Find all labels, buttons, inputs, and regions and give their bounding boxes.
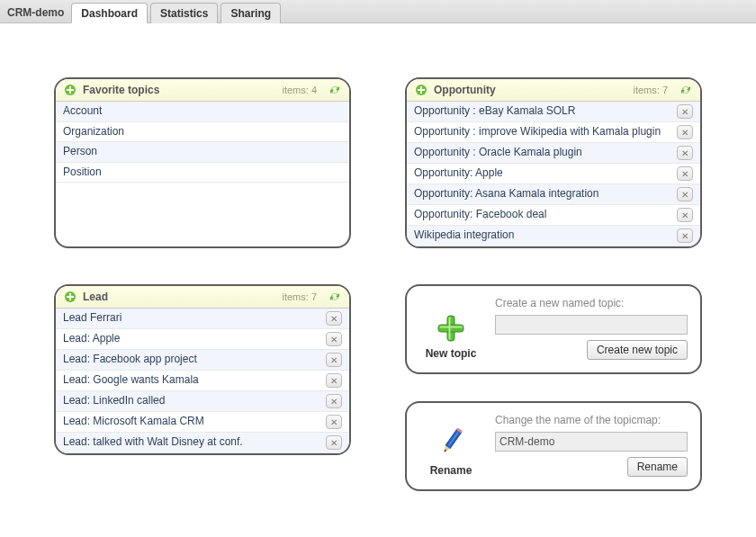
- panel-count: items: 7: [282, 291, 317, 302]
- list-item-label: Person: [63, 145, 342, 159]
- list-item-label: Opportunity : improve Wikipedia with Kam…: [414, 125, 673, 139]
- refresh-icon[interactable]: [328, 83, 342, 97]
- delete-icon[interactable]: ✕: [326, 415, 342, 429]
- delete-icon[interactable]: ✕: [326, 311, 342, 326]
- list-item[interactable]: Opportunity: Asana Kamala integration✕: [407, 184, 700, 205]
- delete-icon[interactable]: ✕: [677, 166, 693, 181]
- refresh-icon[interactable]: [679, 83, 693, 97]
- panel-count: items: 7: [633, 85, 668, 95]
- add-icon[interactable]: [414, 83, 428, 97]
- delete-icon[interactable]: ✕: [326, 435, 342, 450]
- refresh-icon[interactable]: [328, 290, 342, 304]
- list-item[interactable]: Organization: [56, 122, 349, 143]
- delete-icon[interactable]: ✕: [677, 125, 693, 139]
- panel-rows: Opportunity : eBay Kamala SOLR✕ Opportun…: [407, 102, 700, 246]
- add-icon[interactable]: [63, 83, 77, 97]
- rename-input[interactable]: [495, 432, 688, 452]
- list-item[interactable]: Lead Ferrari✕: [56, 309, 349, 329]
- rename-button[interactable]: Rename: [627, 457, 688, 477]
- svg-rect-2: [67, 89, 74, 91]
- delete-icon[interactable]: ✕: [677, 208, 693, 222]
- panel-header: Opportunity items: 7: [407, 79, 700, 102]
- list-item-label: Lead: Microsoft Kamala CRM: [63, 415, 322, 429]
- list-item-label: Position: [63, 166, 342, 180]
- panel-new-topic: New topic Create a new named topic: Crea…: [405, 284, 702, 374]
- panel-rows: Lead Ferrari✕ Lead: Apple✕ Lead: Faceboo…: [56, 309, 349, 453]
- list-item-label: Wikipedia integration: [414, 228, 673, 243]
- new-topic-caption: New topic: [426, 347, 477, 360]
- delete-icon[interactable]: ✕: [326, 373, 342, 388]
- panel-rename: Rename Change the name of the topicmap: …: [405, 401, 702, 491]
- new-topic-input[interactable]: [495, 315, 688, 335]
- panel-lead: Lead items: 7 Lead Ferrari✕ Lead: Apple✕…: [54, 284, 351, 455]
- tab-dashboard[interactable]: Dashboard: [71, 3, 148, 23]
- list-item-label: Lead: Apple: [63, 332, 322, 346]
- delete-icon[interactable]: ✕: [326, 353, 342, 367]
- svg-rect-8: [67, 296, 74, 298]
- svg-rect-12: [440, 327, 463, 328]
- dashboard-content: Favorite topics items: 4 Account Organiz…: [0, 23, 756, 509]
- list-item-label: Lead: Facebook app project: [63, 353, 322, 367]
- create-new-topic-button[interactable]: Create new topic: [587, 340, 688, 360]
- list-item-label: Organization: [63, 125, 342, 139]
- list-item-label: Lead: LinkedIn called: [63, 394, 322, 408]
- panel-favorite-topics: Favorite topics items: 4 Account Organiz…: [54, 77, 351, 248]
- list-item-label: Opportunity: Asana Kamala integration: [414, 187, 673, 201]
- list-item-label: Opportunity: Facebook deal: [414, 208, 673, 222]
- list-item[interactable]: Opportunity: Facebook deal✕: [407, 205, 700, 226]
- topbar: CRM-demo Dashboard Statistics Sharing: [0, 0, 756, 23]
- list-item[interactable]: Opportunity : eBay Kamala SOLR✕: [407, 102, 700, 122]
- list-item[interactable]: Account: [56, 102, 349, 122]
- list-item-label: Lead Ferrari: [63, 311, 322, 326]
- list-item-label: Opportunity: Apple: [414, 166, 673, 181]
- svg-rect-11: [449, 318, 451, 340]
- pencil-icon: [436, 425, 466, 461]
- delete-icon[interactable]: ✕: [677, 146, 693, 160]
- rename-icon-col: Rename: [419, 414, 482, 477]
- list-item-label: Lead: talked with Walt Disney at conf.: [63, 435, 322, 450]
- new-topic-icon-col: New topic: [419, 297, 482, 360]
- panel-title: Favorite topics: [83, 84, 159, 96]
- list-item[interactable]: Opportunity : Oracle Kamala plugin✕: [407, 143, 700, 164]
- tab-label: Sharing: [230, 7, 271, 20]
- panel-title: Opportunity: [434, 84, 496, 96]
- delete-icon[interactable]: ✕: [677, 104, 693, 119]
- list-item[interactable]: Position: [56, 163, 349, 183]
- list-item[interactable]: Opportunity: Apple✕: [407, 164, 700, 184]
- tab-label: Dashboard: [81, 7, 138, 20]
- panel-title: Lead: [83, 291, 108, 303]
- panel-opportunity: Opportunity items: 7 Opportunity : eBay …: [405, 77, 702, 248]
- list-item[interactable]: Lead: Apple✕: [56, 329, 349, 350]
- panel-rows: Account Organization Person Position: [56, 102, 349, 183]
- list-item[interactable]: Lead: Microsoft Kamala CRM✕: [56, 412, 349, 433]
- list-item[interactable]: Lead: LinkedIn called✕: [56, 391, 349, 412]
- list-item[interactable]: Person: [56, 142, 349, 163]
- list-item-label: Opportunity : eBay Kamala SOLR: [414, 104, 673, 119]
- add-icon[interactable]: [63, 290, 77, 304]
- tab-label: Statistics: [160, 7, 208, 20]
- delete-icon[interactable]: ✕: [326, 332, 342, 346]
- tab-sharing[interactable]: Sharing: [220, 3, 281, 23]
- panel-count: items: 4: [282, 85, 317, 95]
- panel-header: Favorite topics items: 4: [56, 79, 349, 102]
- svg-rect-5: [418, 89, 425, 91]
- panel-header: Lead items: 7: [56, 286, 349, 309]
- list-item[interactable]: Lead: talked with Walt Disney at conf.✕: [56, 433, 349, 453]
- new-topic-desc: Create a new named topic:: [495, 297, 688, 309]
- delete-icon[interactable]: ✕: [326, 394, 342, 408]
- list-item-label: Account: [63, 104, 342, 119]
- delete-icon[interactable]: ✕: [677, 228, 693, 243]
- svg-rect-10: [438, 325, 464, 332]
- plus-icon: [436, 313, 466, 344]
- list-item[interactable]: Wikipedia integration✕: [407, 226, 700, 246]
- list-item[interactable]: Opportunity : improve Wikipedia with Kam…: [407, 122, 700, 143]
- delete-icon[interactable]: ✕: [677, 187, 693, 201]
- action-column: New topic Create a new named topic: Crea…: [405, 284, 702, 491]
- list-item[interactable]: Lead: Google wants Kamala✕: [56, 371, 349, 391]
- rename-caption: Rename: [430, 464, 472, 477]
- list-item-label: Opportunity : Oracle Kamala plugin: [414, 146, 673, 160]
- list-item[interactable]: Lead: Facebook app project✕: [56, 350, 349, 371]
- tab-statistics[interactable]: Statistics: [150, 3, 218, 23]
- list-item-label: Lead: Google wants Kamala: [63, 373, 322, 388]
- rename-desc: Change the name of the topicmap:: [495, 414, 688, 426]
